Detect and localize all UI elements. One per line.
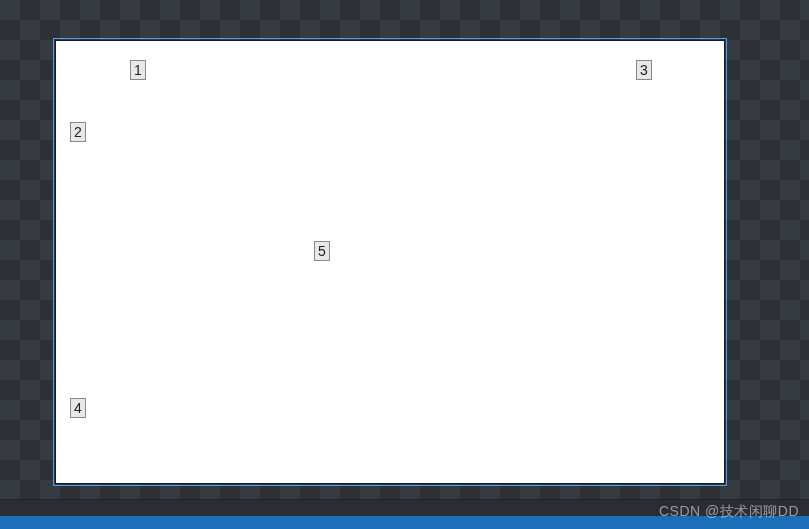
anchor-marker-1[interactable]: 1: [130, 60, 146, 80]
anchor-marker-3[interactable]: 3: [636, 60, 652, 80]
anchor-marker-5[interactable]: 5: [314, 241, 330, 261]
status-bar: [0, 499, 809, 516]
anchor-marker-4[interactable]: 4: [70, 398, 86, 418]
anchor-marker-2[interactable]: 2: [70, 122, 86, 142]
canvas[interactable]: [55, 40, 725, 484]
bottom-accent-strip: [0, 516, 809, 529]
